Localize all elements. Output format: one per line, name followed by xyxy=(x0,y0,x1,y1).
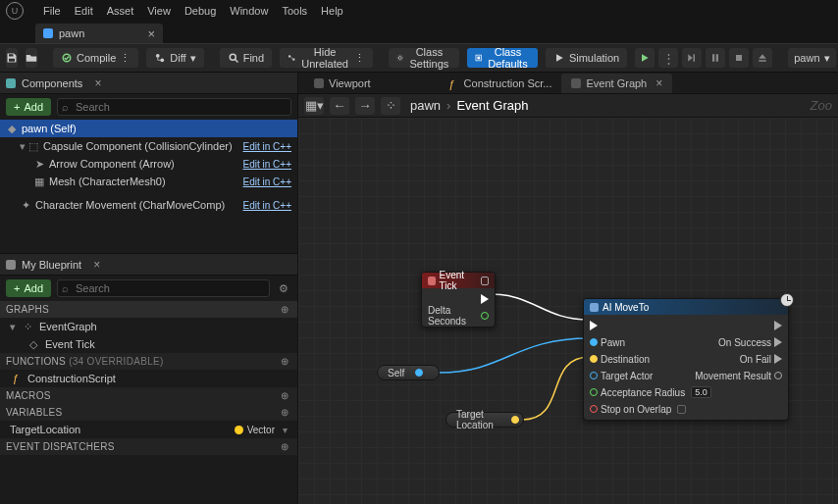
event-graph-canvas[interactable]: Event Tick Delta Seconds Self Target Loc… xyxy=(298,118,838,504)
class-defaults-button[interactable]: Class Defaults xyxy=(467,48,538,68)
close-icon[interactable]: × xyxy=(94,76,101,90)
stop-button[interactable] xyxy=(729,48,749,68)
play-button[interactable] xyxy=(635,48,655,68)
menu-asset[interactable]: Asset xyxy=(107,5,134,17)
menu-file[interactable]: File xyxy=(43,5,61,17)
components-tree: ◆ pawn (Self) ▾ ⬚ Capsule Component (Col… xyxy=(0,120,297,253)
exec-output-pin[interactable] xyxy=(774,337,782,347)
node-self[interactable]: Self xyxy=(377,365,440,380)
add-blueprint-button[interactable]: + Add xyxy=(6,279,51,297)
add-graph-icon[interactable]: ⊕ xyxy=(278,304,291,315)
component-row-movement[interactable]: ✦ Character Movement (CharMoveComp) Edit… xyxy=(0,196,297,214)
breadcrumb-root[interactable]: pawn xyxy=(410,98,441,113)
tab-construction[interactable]: ƒ Construction Scr... xyxy=(440,74,562,93)
chevron-right-icon: › xyxy=(446,98,450,113)
gear-icon[interactable]: ⚙ xyxy=(276,280,291,296)
function-construction[interactable]: ƒ ConstructionScript xyxy=(0,370,297,387)
components-header[interactable]: Components × xyxy=(0,73,297,94)
vector-output-pin[interactable] xyxy=(511,416,519,424)
graphs-section-header[interactable]: GRAPHS ⊕ xyxy=(0,301,297,318)
bool-input-pin[interactable] xyxy=(590,405,598,413)
simulation-button[interactable]: Simulation xyxy=(546,48,627,68)
class-settings-button[interactable]: Class Settings xyxy=(389,48,459,68)
add-function-icon[interactable]: ⊕ xyxy=(278,356,291,367)
pause-button[interactable] xyxy=(706,48,725,68)
component-row-mesh[interactable]: ▦ Mesh (CharacterMesh0) Edit in C++ xyxy=(0,173,297,190)
browse-button[interactable] xyxy=(26,48,37,68)
chevron-down-icon[interactable]: ▾ xyxy=(283,425,288,435)
capsule-icon: ⬚ xyxy=(27,140,39,152)
close-icon[interactable]: × xyxy=(147,27,155,40)
node-event-tick[interactable]: Event Tick Delta Seconds xyxy=(421,272,496,328)
vector-type-icon xyxy=(235,426,243,434)
node-ai-moveto[interactable]: AI MoveTo Pawn On Success Destination On… xyxy=(583,298,789,421)
vector-input-pin[interactable] xyxy=(590,355,598,363)
find-button[interactable]: Find xyxy=(220,48,272,68)
graph-dropdown-button[interactable]: ▦▾ xyxy=(304,97,324,115)
component-row-arrow[interactable]: ➤ Arrow Component (Arrow) Edit in C++ xyxy=(0,155,297,173)
mesh-icon: ▦ xyxy=(33,176,45,187)
dispatchers-section-header[interactable]: EVENT DISPATCHERS ⊕ xyxy=(0,438,297,455)
save-button[interactable] xyxy=(6,48,18,68)
tab-event-graph[interactable]: Event Graph × xyxy=(561,74,672,93)
main-menu-bar: U File Edit Asset View Debug Window Tool… xyxy=(0,0,838,22)
stop-overlap-checkbox[interactable] xyxy=(677,405,686,414)
exec-output-pin[interactable] xyxy=(774,354,782,364)
object-output-pin[interactable] xyxy=(415,369,423,377)
menu-tools[interactable]: Tools xyxy=(282,5,307,17)
menu-debug[interactable]: Debug xyxy=(184,5,216,17)
node-target-location[interactable]: Target Location xyxy=(445,412,524,428)
component-row-capsule[interactable]: ▾ ⬚ Capsule Component (CollisionCylinder… xyxy=(0,137,297,155)
graph-eventgraph[interactable]: ▾ ⁘ EventGraph xyxy=(0,318,297,335)
compile-button[interactable]: Compile ⋮ xyxy=(53,48,138,68)
variable-targetlocation[interactable]: TargetLocation Vector ▾ xyxy=(0,421,297,438)
components-search-input[interactable] xyxy=(57,98,291,116)
edit-cpp-link[interactable]: Edit in C++ xyxy=(243,141,291,152)
myblueprint-search-input[interactable] xyxy=(57,279,270,297)
diff-button[interactable]: Diff ▾ xyxy=(146,48,203,68)
edit-cpp-link[interactable]: Edit in C++ xyxy=(243,159,291,170)
nav-back-button[interactable]: ← xyxy=(330,97,349,115)
node-settings-icon[interactable] xyxy=(481,277,489,285)
object-input-pin[interactable] xyxy=(590,372,598,379)
exec-output-pin[interactable] xyxy=(481,294,489,304)
edit-cpp-link[interactable]: Edit in C++ xyxy=(243,176,291,187)
variables-section-header[interactable]: VARIABLES ⊕ xyxy=(0,404,297,421)
nav-forward-button[interactable]: → xyxy=(355,97,375,115)
menu-help[interactable]: Help xyxy=(321,5,343,17)
edit-cpp-link[interactable]: Edit in C++ xyxy=(243,200,291,211)
acceptance-radius-value[interactable]: 5.0 xyxy=(691,386,711,398)
float-output-pin[interactable] xyxy=(481,312,489,320)
exec-input-pin[interactable] xyxy=(590,321,598,330)
tab-viewport[interactable]: Viewport xyxy=(304,74,381,93)
eject-button[interactable] xyxy=(753,48,772,68)
float-input-pin[interactable] xyxy=(590,388,598,396)
hide-unrelated-button[interactable]: Hide Unrelated ⋮ xyxy=(280,48,373,68)
breadcrumb-leaf[interactable]: Event Graph xyxy=(456,98,528,113)
svg-line-6 xyxy=(235,60,237,63)
enum-output-pin[interactable] xyxy=(774,372,782,379)
menu-window[interactable]: Window xyxy=(230,5,268,17)
svg-point-5 xyxy=(230,54,236,60)
document-tab-pawn[interactable]: pawn × xyxy=(35,24,163,43)
object-input-pin[interactable] xyxy=(590,338,598,346)
add-component-button[interactable]: + Add xyxy=(6,98,51,116)
svg-point-10 xyxy=(398,57,401,60)
graph-event-tick[interactable]: ◇ Event Tick xyxy=(0,335,297,353)
menu-edit[interactable]: Edit xyxy=(75,5,93,17)
skip-button[interactable] xyxy=(682,48,702,68)
add-dispatcher-icon[interactable]: ⊕ xyxy=(278,441,291,452)
macros-section-header[interactable]: MACROS ⊕ xyxy=(0,387,297,404)
add-variable-icon[interactable]: ⊕ xyxy=(278,407,291,418)
close-icon[interactable]: × xyxy=(655,76,662,90)
menu-view[interactable]: View xyxy=(147,5,171,17)
close-icon[interactable]: × xyxy=(93,258,100,272)
component-row-self[interactable]: ◆ pawn (Self) xyxy=(0,120,297,137)
debug-object-combo[interactable]: pawn ▾ xyxy=(788,48,835,68)
add-macro-icon[interactable]: ⊕ xyxy=(278,390,291,401)
exec-output-pin[interactable] xyxy=(774,321,782,330)
functions-section-header[interactable]: FUNCTIONS (34 OVERRIDABLE) ⊕ xyxy=(0,353,297,370)
my-blueprint-header[interactable]: My Blueprint × xyxy=(0,254,297,276)
dropdown-icon[interactable]: ⋮ xyxy=(658,48,678,68)
graph-list-button[interactable]: ⁘ xyxy=(381,97,400,115)
